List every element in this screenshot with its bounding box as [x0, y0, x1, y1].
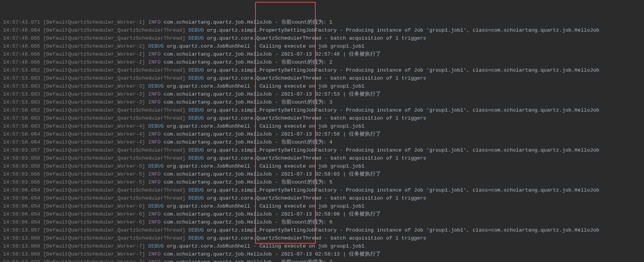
timestamp: 14:58:08.054: [3, 187, 40, 193]
log-line[interactable]: 14:58:13.068 [DefaultQuartzScheduler_Qua…: [3, 234, 641, 242]
logger-name: com.scholartang.quartz.job.HelloJob: [164, 179, 272, 185]
separator: -: [337, 227, 346, 233]
thread-name: DefaultQuartzScheduler_Worker-6: [46, 219, 142, 225]
log-line[interactable]: 14:58:03.066 [DefaultQuartzScheduler_Wor…: [3, 178, 641, 186]
log-message: batch acquisition of 1 triggers: [331, 75, 426, 81]
log-line[interactable]: 14:57:58.062 [DefaultQuartzScheduler_Qua…: [3, 106, 641, 114]
log-level: INFO: [148, 219, 161, 225]
thread-name: DefaultQuartzScheduler_Worker-2: [46, 43, 142, 49]
log-line[interactable]: 14:58:13.070 [DefaultQuartzScheduler_Wor…: [3, 258, 641, 262]
log-line[interactable]: 14:57:53.063 [DefaultQuartzScheduler_Wor…: [3, 82, 641, 90]
logger-name: com.scholartang.quartz.job.HelloJob: [164, 139, 272, 145]
log-message: 当前count的值为: 1: [281, 19, 332, 25]
log-message: Calling execute on job group1.job1: [259, 123, 364, 129]
separator: -: [250, 83, 259, 89]
log-level: DEBUG: [188, 195, 204, 201]
timestamp: 14:57:58.064: [3, 131, 40, 137]
bracket: [: [40, 43, 46, 49]
log-line[interactable]: 14:57:48.065 [DefaultQuartzScheduler_Wor…: [3, 42, 641, 50]
log-line[interactable]: 14:58:03.057 [DefaultQuartzScheduler_Qua…: [3, 146, 641, 154]
log-message: 2021-07-13 02:58:13 | 任务被执行了: [281, 251, 381, 257]
bracket: ]: [142, 51, 148, 57]
bracket: ]: [142, 43, 148, 49]
log-line[interactable]: 14:57:43.071 [DefaultQuartzScheduler_Wor…: [3, 18, 641, 26]
timestamp: 14:58:03.058: [3, 163, 40, 169]
log-line[interactable]: 14:57:48.065 [DefaultQuartzScheduler_Qua…: [3, 34, 641, 42]
logger-name: org.quartz.core.JobRunShell: [167, 123, 250, 129]
log-line[interactable]: 14:58:03.058 [DefaultQuartzScheduler_Qua…: [3, 154, 641, 162]
log-line[interactable]: 14:58:13.067 [DefaultQuartzScheduler_Qua…: [3, 226, 641, 234]
log-level: DEBUG: [188, 155, 204, 161]
logger-name: com.scholartang.quartz.job.HelloJob: [164, 59, 272, 65]
logger-name: com.scholartang.quartz.job.HelloJob: [164, 171, 272, 177]
log-line[interactable]: 14:58:08.054 [DefaultQuartzScheduler_Wor…: [3, 218, 641, 226]
timestamp: 14:57:58.064: [3, 139, 40, 145]
timestamp: 14:57:53.063: [3, 99, 40, 105]
log-output-panel[interactable]: 14:57:43.071 [DefaultQuartzScheduler_Wor…: [0, 0, 644, 262]
log-line[interactable]: 14:58:08.054 [DefaultQuartzScheduler_Wor…: [3, 210, 641, 218]
log-message: 当前count的值为: 7: [281, 259, 332, 262]
thread-name: DefaultQuartzScheduler_Worker-3: [46, 91, 142, 97]
timestamp: 14:57:48.065: [3, 43, 40, 49]
log-message: Producing instance of Job 'group1.job1',…: [346, 27, 599, 33]
log-message: Calling execute on job group1.job1: [259, 163, 364, 169]
log-level: INFO: [148, 131, 161, 137]
log-line[interactable]: 14:58:08.054 [DefaultQuartzScheduler_Wor…: [3, 202, 641, 210]
log-line[interactable]: 14:57:48.064 [DefaultQuartzScheduler_Qua…: [3, 26, 641, 34]
log-level: INFO: [148, 179, 161, 185]
bracket: [: [40, 139, 46, 145]
log-line[interactable]: 14:57:53.063 [DefaultQuartzScheduler_Wor…: [3, 98, 641, 106]
log-line[interactable]: 14:58:08.054 [DefaultQuartzScheduler_Qua…: [3, 186, 641, 194]
separator: -: [321, 155, 330, 161]
bracket: [: [40, 107, 46, 113]
thread-name: DefaultQuartzScheduler_QuartzSchedulerTh…: [46, 235, 182, 241]
log-line[interactable]: 14:58:03.066 [DefaultQuartzScheduler_Wor…: [3, 170, 641, 178]
log-line[interactable]: 14:57:53.063 [DefaultQuartzScheduler_Wor…: [3, 90, 641, 98]
log-line[interactable]: 14:57:48.066 [DefaultQuartzScheduler_Wor…: [3, 58, 641, 66]
log-message: 当前count的值为: 3: [281, 99, 332, 105]
log-message: 2021-07-13 02:57:53 | 任务被执行了: [281, 91, 381, 97]
separator: -: [337, 107, 346, 113]
log-message: batch acquisition of 1 triggers: [331, 35, 426, 41]
log-line[interactable]: 14:58:13.069 [DefaultQuartzScheduler_Wor…: [3, 250, 641, 258]
log-line[interactable]: 14:57:58.064 [DefaultQuartzScheduler_Wor…: [3, 138, 641, 146]
bracket: [: [40, 203, 46, 209]
log-line[interactable]: 14:58:08.054 [DefaultQuartzScheduler_Qua…: [3, 194, 641, 202]
logger-name: org.quartz.core.QuartzSchedulerThread: [207, 235, 321, 241]
log-line[interactable]: 14:57:58.063 [DefaultQuartzScheduler_Wor…: [3, 122, 641, 130]
logger-name: org.quartz.core.QuartzSchedulerThread: [207, 195, 321, 201]
bracket: ]: [182, 235, 188, 241]
timestamp: 14:57:48.065: [3, 35, 40, 41]
bracket: ]: [142, 83, 148, 89]
log-level: DEBUG: [188, 115, 204, 121]
separator: -: [321, 235, 330, 241]
logger-name: org.quartz.core.JobRunShell: [167, 43, 250, 49]
separator: -: [250, 163, 259, 169]
bracket: ]: [142, 91, 148, 97]
separator: -: [250, 203, 259, 209]
timestamp: 14:58:13.067: [3, 227, 40, 233]
log-line[interactable]: 14:58:13.069 [DefaultQuartzScheduler_Wor…: [3, 242, 641, 250]
log-message: Calling execute on job group1.job1: [259, 243, 364, 249]
thread-name: DefaultQuartzScheduler_QuartzSchedulerTh…: [46, 67, 182, 73]
log-line[interactable]: 14:57:58.063 [DefaultQuartzScheduler_Qua…: [3, 114, 641, 122]
log-line[interactable]: 14:57:53.063 [DefaultQuartzScheduler_Qua…: [3, 74, 641, 82]
log-line[interactable]: 14:58:03.058 [DefaultQuartzScheduler_Wor…: [3, 162, 641, 170]
timestamp: 14:58:03.058: [3, 155, 40, 161]
log-line[interactable]: 14:57:48.066 [DefaultQuartzScheduler_Wor…: [3, 50, 641, 58]
log-level: INFO: [148, 259, 161, 262]
log-level: DEBUG: [148, 123, 164, 129]
log-line[interactable]: 14:57:58.064 [DefaultQuartzScheduler_Wor…: [3, 130, 641, 138]
logger-name: org.quartz.simpl.PropertySettingJobFacto…: [207, 227, 337, 233]
timestamp: 14:57:53.063: [3, 83, 40, 89]
log-message: 当前count的值为: 6: [281, 219, 332, 225]
log-level: INFO: [148, 171, 161, 177]
logger-name: com.scholartang.quartz.job.HelloJob: [164, 91, 272, 97]
timestamp: 14:57:58.062: [3, 107, 40, 113]
log-level: DEBUG: [148, 163, 164, 169]
logger-name: org.quartz.core.JobRunShell: [167, 203, 250, 209]
logger-name: com.scholartang.quartz.job.HelloJob: [164, 259, 272, 262]
bracket: [: [40, 59, 46, 65]
log-line[interactable]: 14:57:53.062 [DefaultQuartzScheduler_Qua…: [3, 66, 641, 74]
separator: -: [272, 19, 281, 25]
